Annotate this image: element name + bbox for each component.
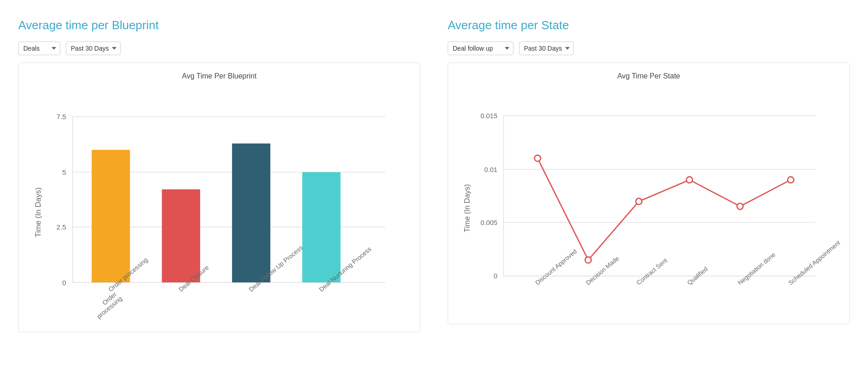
right-filters: Deal follow up Order processing Deal Clo…: [448, 42, 850, 55]
left-filter2-select[interactable]: Past 30 Days Past 7 Days Past 90 Days: [66, 42, 121, 55]
svg-text:0.01: 0.01: [484, 166, 498, 173]
line-chart-path: [538, 158, 791, 260]
left-chart-title: Avg Time Per Blueprint: [28, 72, 411, 80]
svg-text:5: 5: [62, 168, 66, 176]
left-filter1-select[interactable]: Deals Contacts Leads: [18, 42, 60, 55]
right-chart-title: Avg Time Per State: [457, 72, 840, 80]
bar-y-axis-label: Time (In Days): [34, 188, 42, 237]
svg-text:0.005: 0.005: [481, 219, 498, 226]
svg-text:7.5: 7.5: [56, 113, 66, 120]
svg-text:0.015: 0.015: [481, 112, 498, 120]
point-contract-sent: [636, 198, 642, 205]
point-scheduled-appointment: [788, 177, 794, 183]
bar-chart-svg: Time (In Days) 0 2.5 5 7.5 Order process…: [28, 85, 411, 321]
right-filter1-select[interactable]: Deal follow up Order processing Deal Clo…: [448, 42, 513, 55]
bar-deal-closure: [162, 189, 200, 282]
left-chart-container: Avg Time Per Blueprint Time (In Days) 0 …: [18, 63, 420, 332]
line-label-6: Scheduled Appointment: [787, 239, 840, 286]
dashboard: Average time per Blueprint Deals Contact…: [18, 18, 850, 332]
bar-order-processing: [92, 150, 130, 282]
svg-text:0: 0: [494, 272, 498, 280]
left-filters: Deals Contacts Leads Past 30 Days Past 7…: [18, 42, 420, 55]
line-chart-svg: Time (In Days) 0 0.005 0.01 0.015: [457, 85, 840, 313]
left-panel-title: Average time per Blueprint: [18, 18, 420, 32]
point-negotiation-done: [737, 203, 743, 210]
line-label-3: Contract Sent: [635, 257, 669, 287]
right-chart-container: Avg Time Per State Time (In Days) 0 0.00…: [448, 63, 850, 324]
right-filter2-select[interactable]: Past 30 Days Past 7 Days Past 90 Days: [519, 42, 574, 55]
line-label-5: Negotiation done: [736, 251, 777, 286]
right-panel: Average time per State Deal follow up Or…: [448, 18, 850, 332]
line-y-axis-label: Time (In Days): [463, 184, 471, 233]
svg-text:2.5: 2.5: [56, 223, 66, 231]
bar-deal-nurturing: [302, 172, 341, 282]
right-panel-title: Average time per State: [448, 18, 850, 32]
point-discount-approved: [535, 155, 541, 162]
line-label-1: Discount Approved: [534, 248, 578, 286]
left-panel: Average time per Blueprint Deals Contact…: [18, 18, 420, 332]
point-decision-made: [585, 257, 592, 263]
svg-text:0: 0: [62, 279, 66, 287]
point-qualified: [686, 177, 693, 183]
bar-deal-followup: [232, 143, 270, 282]
